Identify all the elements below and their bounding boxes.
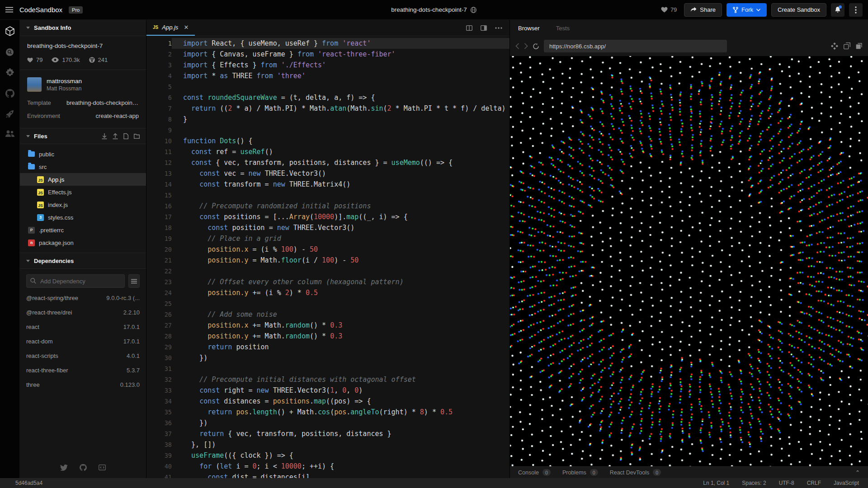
console-tab-react-devtools[interactable]: React DevTools0 <box>610 469 661 476</box>
code-line[interactable]: 22 <box>146 266 509 277</box>
code-line[interactable]: 24 position.y += (i % 2) * 0.5 <box>146 287 509 298</box>
refresh-icon[interactable] <box>533 43 539 50</box>
notifications-button[interactable] <box>831 3 844 17</box>
code-line[interactable]: 18 const position = new THREE.Vector3() <box>146 222 509 233</box>
code-line[interactable]: 3import { Effects } from './Effects' <box>146 60 509 70</box>
status-item[interactable]: UTF-8 <box>779 480 794 486</box>
share-button[interactable]: Share <box>684 3 722 17</box>
rocket-icon[interactable] <box>5 109 14 118</box>
code-line[interactable]: 38 }, []) <box>146 439 509 450</box>
dependency-row[interactable]: @react-spring/three9.0.0-rc.3 (... <box>20 291 146 305</box>
duplicate-window-icon[interactable] <box>856 42 863 50</box>
code-line[interactable]: 39 useFrame(({ clock }) => { <box>146 450 509 461</box>
code-line[interactable]: 21 position.y = Math.floor(i / 100) - 50 <box>146 255 509 266</box>
status-item[interactable]: Spaces: 2 <box>742 480 766 486</box>
code-line[interactable]: 17 const positions = [...Array(10000)].m… <box>146 211 509 222</box>
code-line[interactable]: 23 // Offset every other column (hexagon… <box>146 277 509 287</box>
code-line[interactable]: 8} <box>146 114 509 125</box>
code-line[interactable]: 16 // Precompute randomized initial posi… <box>146 201 509 211</box>
code-line[interactable]: 11 const ref = useRef() <box>146 146 509 157</box>
url-input[interactable] <box>544 40 727 52</box>
create-sandbox-button[interactable]: Create Sandbox <box>771 3 826 17</box>
code-line[interactable]: 34 const distances = positions.map((pos)… <box>146 396 509 407</box>
embed-icon[interactable] <box>99 464 106 471</box>
code-line[interactable]: 28 position.y += Math.random() * 0.3 <box>146 331 509 342</box>
split-view-icon[interactable] <box>466 25 472 31</box>
github-icon[interactable] <box>5 89 14 98</box>
menu-icon[interactable] <box>5 7 13 13</box>
upload-icon[interactable] <box>113 133 118 139</box>
file-item-effects-js[interactable]: JSEffects.js <box>20 186 146 198</box>
expand-console-icon[interactable]: ⌃ <box>855 469 860 476</box>
file-item--prettierrc[interactable]: P.prettierrc <box>20 224 146 236</box>
dependencies-header[interactable]: Dependencies <box>20 253 146 269</box>
tab-app-js[interactable]: JS App.js ✕ <box>146 20 195 36</box>
sandbox-cube-icon[interactable] <box>5 26 14 36</box>
responsive-mode-icon[interactable] <box>831 42 838 50</box>
code-line[interactable]: 4import * as THREE from 'three' <box>146 70 509 81</box>
new-file-icon[interactable] <box>123 133 128 139</box>
status-item[interactable]: Ln 1, Col 1 <box>703 480 729 486</box>
code-line[interactable]: 5 <box>146 81 509 92</box>
new-folder-icon[interactable] <box>134 134 140 139</box>
file-item-app-js[interactable]: JSApp.js <box>20 173 146 186</box>
code-line[interactable]: 25 <box>146 298 509 309</box>
dependency-row[interactable]: three0.123.0 <box>20 377 146 392</box>
code-line[interactable]: 20 position.x = (i % 100) - 50 <box>146 244 509 255</box>
tab-tests[interactable]: Tests <box>556 25 570 32</box>
tab-browser[interactable]: Browser <box>518 25 540 32</box>
code-line[interactable]: 6const roundedSquareWave = (t, delta, a,… <box>146 92 509 103</box>
code-line[interactable]: 27 position.x += Math.random() * 0.3 <box>146 320 509 331</box>
preview-viewport[interactable] <box>510 56 868 466</box>
console-tab-problems[interactable]: Problems0 <box>562 469 598 476</box>
console-tab-console[interactable]: Console0 <box>518 469 551 476</box>
template-value[interactable]: breathing-dots-checkpoint-6 <box>66 99 139 106</box>
search-icon[interactable] <box>5 48 14 56</box>
code-line[interactable]: 1import React, { useMemo, useRef } from … <box>146 38 509 49</box>
gear-icon[interactable] <box>5 68 14 77</box>
open-new-window-icon[interactable] <box>844 42 850 50</box>
editor-more-icon[interactable] <box>495 27 502 29</box>
file-item-index-js[interactable]: JSindex.js <box>20 198 146 211</box>
file-item-public[interactable]: public <box>20 148 146 160</box>
code-line[interactable]: 13 const vec = new THREE.Vector3() <box>146 168 509 179</box>
back-icon[interactable] <box>515 43 519 49</box>
twitter-icon[interactable] <box>60 464 68 471</box>
dependency-export-button[interactable] <box>128 274 140 288</box>
download-icon[interactable] <box>102 133 107 139</box>
code-content[interactable]: 1import React, { useMemo, useRef } from … <box>146 36 509 478</box>
code-line[interactable]: 30 }) <box>146 352 509 363</box>
author-row[interactable]: mattrossman Matt Rossman <box>20 70 146 96</box>
code-line[interactable]: 37 return { vec, transform, positions, d… <box>146 428 509 439</box>
code-line[interactable]: 7 return ((2 * a) / Math.PI) * Math.atan… <box>146 103 509 114</box>
code-line[interactable]: 9 <box>146 125 509 136</box>
dependency-row[interactable]: react-scripts4.0.1 <box>20 348 146 363</box>
code-line[interactable]: 41 const dist = distances[i] <box>146 472 509 478</box>
dependency-row[interactable]: @react-three/drei2.2.10 <box>20 305 146 319</box>
preview-layout-icon[interactable] <box>481 25 487 31</box>
files-header[interactable]: Files <box>20 128 146 144</box>
code-line[interactable]: 32 // Precompute initial distances with … <box>146 374 509 385</box>
file-item-package-json[interactable]: npackage.json <box>20 236 146 249</box>
file-item-src[interactable]: src <box>20 160 146 173</box>
code-line[interactable]: 10function Dots() { <box>146 136 509 146</box>
close-tab-icon[interactable]: ✕ <box>182 24 189 31</box>
more-menu-button[interactable] <box>849 3 863 17</box>
fork-button[interactable]: Fork <box>726 3 767 17</box>
forward-icon[interactable] <box>524 43 528 49</box>
dependency-row[interactable]: react-three-fiber5.3.7 <box>20 363 146 377</box>
sandbox-info-header[interactable]: Sandbox Info <box>20 20 146 36</box>
globe-icon[interactable] <box>471 7 477 13</box>
code-line[interactable]: 14 const transform = new THREE.Matrix4() <box>146 179 509 190</box>
code-line[interactable]: 40 for (let i = 0; i < 10000; ++i) { <box>146 461 509 472</box>
file-item-styles-css[interactable]: 3styles.css <box>20 211 146 224</box>
add-dependency-input[interactable] <box>26 274 125 288</box>
dependency-row[interactable]: react17.0.1 <box>20 319 146 334</box>
app-logo[interactable]: CodeSandbox <box>19 6 62 14</box>
status-item[interactable]: JavaScript <box>834 480 859 486</box>
code-line[interactable]: 2import { Canvas, useFrame } from 'react… <box>146 49 509 60</box>
environment-value[interactable]: create-react-app <box>96 113 139 119</box>
code-line[interactable]: 31 <box>146 363 509 374</box>
code-line[interactable]: 26 // Add some noise <box>146 309 509 320</box>
github-icon[interactable] <box>80 464 87 471</box>
